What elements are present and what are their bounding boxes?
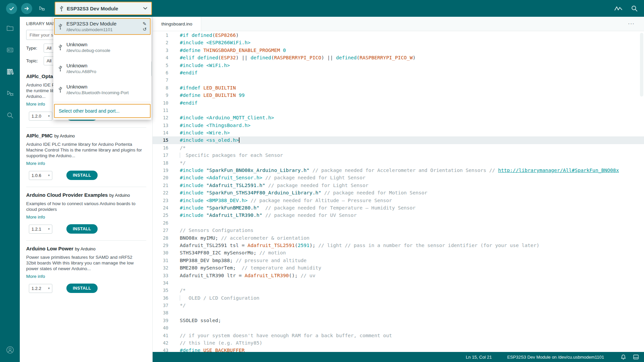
version-select[interactable]: 1.2.1▾: [29, 225, 52, 234]
board-port-dropdown: ESP32S3 Dev Module/dev/cu.usbmodem1101✎↺…: [53, 17, 151, 120]
library-description: Power save primitives features for SAMD …: [26, 254, 143, 272]
code-line: 28BNO08x myIMU; // accelerometer & orien…: [153, 234, 644, 242]
chevron-down-icon: [143, 7, 147, 10]
refresh-port-icon[interactable]: ↺: [143, 27, 147, 32]
code-line: 9#define LED_BUILTIN 99: [153, 92, 644, 99]
board-port-option[interactable]: ESP32S3 Dev Module/dev/cu.usbmodem1101✎↺: [54, 18, 151, 35]
cursor-position-status[interactable]: Ln 15, Col 21: [466, 355, 492, 360]
serial-plotter-button[interactable]: [614, 5, 622, 12]
code-line: 39SSOLED ssoled;: [153, 317, 644, 324]
editor-tab-bar: thingsboard.ino ···: [153, 17, 644, 31]
usb-port-icon: [58, 86, 63, 93]
sidebar-item-search[interactable]: [2, 108, 18, 123]
sketchbook-folder-icon: [6, 24, 14, 32]
code-line: 21#include "Adafruit_TSL2591.h" // packa…: [153, 182, 644, 189]
debug-icon: [38, 5, 45, 12]
code-line: 22#include "SparkFun_STHS34PF80_Arduino_…: [153, 189, 644, 196]
version-select[interactable]: 1.0.6▾: [29, 171, 52, 180]
library-author: by Arduino: [75, 246, 95, 251]
serial-monitor-button[interactable]: [631, 5, 638, 12]
version-select[interactable]: 1.2.2▾: [29, 284, 52, 293]
upload-button[interactable]: [21, 3, 32, 14]
code-link[interactable]: http://librarymanager/All#SparkFun_BNO08…: [498, 167, 619, 173]
install-button[interactable]: INSTALL: [66, 171, 98, 180]
library-item: Arduino Low Power by ArduinoPower save p…: [26, 240, 146, 300]
toggle-bottom-panel-button[interactable]: [633, 355, 639, 359]
more-info-link[interactable]: More info: [26, 274, 45, 279]
selected-board-label: ESP32S3 Dev Module: [67, 6, 118, 11]
line-number: 35: [153, 287, 168, 294]
line-number: 34: [153, 279, 168, 287]
usb-port-icon: [58, 65, 63, 72]
port-title: ESP32S3 Dev Module: [66, 21, 116, 26]
more-info-link[interactable]: More info: [26, 215, 45, 220]
tab-thingsboard-ino[interactable]: thingsboard.ino: [153, 17, 201, 31]
upload-icon: [24, 6, 30, 11]
more-info-link[interactable]: More info: [26, 102, 45, 107]
library-description: Arduino IDE PLC runtime library for Ardu…: [26, 141, 143, 159]
sidebar-item-debug[interactable]: [2, 86, 18, 101]
usb-port-icon: [59, 5, 64, 12]
editor-area: thingsboard.ino ··· 1#if defined(ESP8266…: [153, 17, 644, 362]
code-line: 13#include <ThingsBoard.h>: [153, 122, 644, 129]
notifications-bell-icon: [621, 354, 626, 360]
code-line: 38: [153, 309, 644, 316]
editor-more-menu[interactable]: ···: [626, 20, 637, 27]
status-bar: Ln 15, Col 21 ESP32S3 Dev Module on /dev…: [153, 352, 644, 362]
code-line: 26: [153, 219, 644, 227]
line-number: 29: [153, 242, 168, 249]
board-port-status[interactable]: ESP32S3 Dev Module on /dev/cu.usbmodem11…: [507, 355, 604, 360]
sidebar-item-library-manager[interactable]: [2, 64, 18, 79]
line-number: 32: [153, 264, 168, 272]
more-info-link[interactable]: More info: [26, 161, 45, 166]
line-number: 5: [153, 62, 168, 69]
install-button[interactable]: INSTALL: [66, 284, 98, 293]
code-line: 18*/: [153, 159, 644, 167]
editor-scrollbar-thumb[interactable]: [640, 33, 643, 97]
line-number: 41: [153, 332, 168, 339]
debug-button[interactable]: [36, 3, 47, 14]
verify-button[interactable]: [6, 3, 17, 14]
usb-port-icon: [58, 44, 63, 51]
code-line: 36 OLED / LCD Configuration: [153, 294, 644, 302]
board-port-option[interactable]: Unknown/dev/cu.Bluetooth-Incoming-Port: [53, 81, 151, 98]
code-line: 7: [153, 76, 644, 84]
code-line: 25#include "Adafruit_LTR390.h" // packag…: [153, 212, 644, 219]
line-number: 33: [153, 272, 168, 279]
board-port-option[interactable]: Unknown/dev/cu.debug-console: [53, 39, 151, 56]
library-description: Examples of how to connect various Ardui…: [26, 201, 143, 212]
library-name: AIPlc_PMC: [26, 133, 53, 138]
chevron-down-icon: ▾: [48, 174, 50, 177]
board-port-options: ESP32S3 Dev Module/dev/cu.usbmodem1101✎↺…: [53, 18, 151, 98]
code-line: 23#include <BMP388_DEV.h> // package nee…: [153, 197, 644, 204]
code-line: 41// if your system doesn't have enough …: [153, 332, 644, 339]
line-number: 13: [153, 122, 168, 129]
code-line: 14#include <Wire.h>: [153, 129, 644, 136]
code-line: 2#include <ESP8266WiFi.h>: [153, 39, 644, 46]
sidebar-item-sketchbook[interactable]: [2, 21, 18, 36]
edit-pencil-icon[interactable]: ✎: [143, 21, 147, 26]
line-number: 10: [153, 99, 168, 107]
code-editor[interactable]: 1#if defined(ESP8266)2#include <ESP8266W…: [153, 31, 644, 352]
version-select[interactable]: 1.2.0▾: [29, 112, 52, 121]
dropdown-footer: Select other board and port...: [53, 102, 151, 120]
code-line: 4#elif defined(ESP32) || defined(RASPBER…: [153, 54, 644, 61]
line-number: 24: [153, 204, 168, 212]
install-button[interactable]: INSTALL: [66, 224, 98, 234]
board-port-option[interactable]: Unknown/dev/cu.A68Pro: [53, 60, 151, 77]
code-line: 37*/: [153, 302, 644, 309]
port-title: Unknown: [66, 42, 110, 47]
line-number: 38: [153, 309, 168, 316]
notifications-button[interactable]: [621, 354, 626, 360]
line-number: 9: [153, 92, 168, 99]
code-line: 29Adafruit_TSL2591 tsl = Adafruit_TSL259…: [153, 242, 644, 249]
code-line: 33Adafruit_LTR390 ltr = Adafruit_LTR390(…: [153, 272, 644, 279]
code-line: 20#include <Adafruit_Sensor.h> // packag…: [153, 174, 644, 181]
select-other-board-option[interactable]: Select other board and port...: [54, 104, 151, 118]
sidebar-item-boards-manager[interactable]: [2, 43, 18, 57]
account-button[interactable]: [2, 343, 18, 357]
board-selector[interactable]: ESP32S3 Dev Module: [55, 2, 152, 15]
code-line: 10#endif: [153, 99, 644, 107]
code-line: 1#if defined(ESP8266): [153, 32, 644, 39]
line-number: 31: [153, 257, 168, 264]
